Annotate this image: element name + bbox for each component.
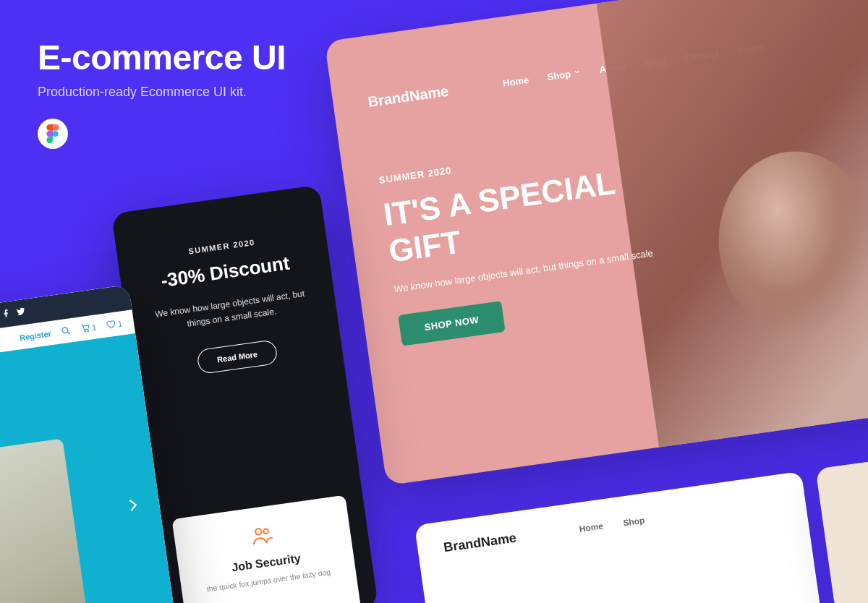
page-title: E-commerce UI (38, 38, 286, 77)
hero-card: Login / Register BrandName Home Shop Abo… (325, 0, 868, 486)
bottom-nav-home[interactable]: Home (579, 521, 604, 534)
svg-point-3 (263, 529, 268, 534)
svg-point-10 (88, 330, 89, 332)
search-icon[interactable] (61, 325, 72, 336)
facebook-icon[interactable] (1, 309, 12, 321)
read-more-button[interactable]: Read More (196, 339, 278, 375)
heart-icon[interactable]: 1 (106, 318, 123, 330)
hero-photo (595, 0, 868, 461)
like-count: 1 (117, 319, 123, 328)
hero-brand[interactable]: BrandName (367, 83, 449, 111)
register-link[interactable]: Register (19, 329, 51, 342)
shop-now-button[interactable]: SHOP NOW (398, 301, 506, 346)
bottom-card-a: BrandName Home Shop (414, 471, 822, 603)
bottom-nav-shop[interactable]: Shop (623, 515, 646, 528)
svg-point-9 (84, 331, 85, 333)
nav-shop-label: Shop (547, 69, 571, 82)
svg-point-0 (53, 131, 59, 137)
page-subtitle: Production-ready Ecommerce UI kit. (38, 85, 286, 100)
svg-point-2 (255, 529, 262, 535)
bottom-brand[interactable]: BrandName (443, 530, 517, 555)
cart-count: 1 (91, 322, 97, 332)
nav-home[interactable]: Home (502, 74, 529, 89)
cart-icon[interactable]: 1 (80, 322, 97, 333)
teal-photo (0, 438, 101, 603)
promo-subtext: We know how large objects will act, but … (147, 286, 315, 336)
promo-feature-card: Job Security the quick fox jumps over th… (171, 495, 364, 603)
nav-shop[interactable]: Shop (547, 67, 582, 82)
bottom-card-b (815, 439, 868, 603)
twitter-icon[interactable] (16, 307, 27, 319)
chevron-down-icon (573, 67, 582, 78)
figma-icon (38, 119, 68, 149)
chevron-right-icon[interactable] (115, 488, 149, 522)
